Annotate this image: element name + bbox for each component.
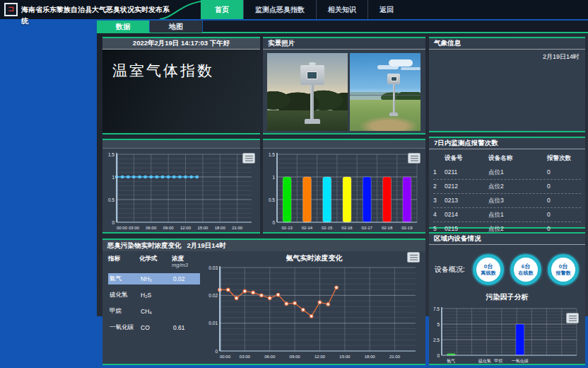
pollutant-name: 氨气 bbox=[110, 275, 141, 283]
svg-text:06:00: 06:00 bbox=[146, 226, 157, 230]
site-photos-panel: 实景照片 bbox=[263, 37, 425, 134]
alarm-panel-title: 7日内监测点报警次数 bbox=[429, 138, 585, 149]
svg-text:0.03: 0.03 bbox=[208, 265, 218, 270]
svg-text:0: 0 bbox=[272, 220, 275, 225]
pollutant-formula: NH₃ bbox=[141, 275, 173, 282]
alarm-table-header: 设备号 设备名称 报警次数 bbox=[433, 152, 581, 166]
device-name: 点位3 bbox=[488, 197, 547, 205]
weather-panel-title: 气象信息 bbox=[429, 38, 585, 50]
alarm-col-device-name: 设备名称 bbox=[488, 154, 547, 163]
stat-count: 6台 bbox=[522, 263, 530, 270]
alarm-table-row[interactable]: 1 0211 点位1 0 bbox=[433, 166, 581, 180]
svg-text:02-16: 02-16 bbox=[341, 226, 353, 230]
pollutant-formula: CO bbox=[141, 324, 173, 331]
col-concentration: 浓度 mg/m3 bbox=[172, 255, 200, 268]
svg-text:02-14: 02-14 bbox=[302, 226, 313, 230]
photos-panel-title: 实景照片 bbox=[263, 38, 425, 50]
svg-text:7.5: 7.5 bbox=[433, 306, 440, 311]
devices-panel: 区域内设备情况 设备概况: 0台 离线数 6台 在线数 0台 报警数 污染因子分… bbox=[429, 232, 585, 365]
svg-text:0.5: 0.5 bbox=[108, 197, 114, 202]
pollutant-value: 0.02 bbox=[173, 275, 200, 282]
nav-item[interactable]: 首页 bbox=[201, 0, 243, 19]
index-trend-panel: 00.511.500:0003:0006:0009:0012:0015:0018… bbox=[102, 139, 260, 234]
site-photo-1 bbox=[267, 53, 348, 131]
pollutant-value: 0.61 bbox=[173, 324, 200, 331]
index-chart-wrap: 00.511.500:0003:0006:0009:0012:0015:0018… bbox=[102, 149, 260, 231]
svg-text:09:00: 09:00 bbox=[163, 226, 175, 230]
stat-label: 报警数 bbox=[556, 270, 571, 276]
svg-text:18:00: 18:00 bbox=[215, 226, 226, 230]
nh3-line-chart[interactable]: 00.010.020.0300:0003:0006:0009:0012:0015… bbox=[203, 264, 420, 360]
svg-text:03:00: 03:00 bbox=[240, 355, 251, 359]
factor-bar-chart[interactable]: 02.557.5氨气硫化氢甲烷一氧化碳 bbox=[430, 305, 581, 364]
pollutant-table-header: 指标 化学式 浓度 mg/m3 bbox=[108, 255, 200, 268]
weather-panel: 气象信息 2月19日14时 bbox=[429, 37, 585, 132]
device-id: 0211 bbox=[445, 168, 488, 177]
odor-panel-time: 2月19日14时 bbox=[187, 241, 226, 251]
nav-item[interactable]: 相关知识 bbox=[316, 0, 368, 19]
svg-text:1.5: 1.5 bbox=[108, 152, 114, 157]
svg-text:0.5: 0.5 bbox=[269, 197, 275, 202]
odor-panel-body: 指标 化学式 浓度 mg/m3 氨气 NH₃ 0.02 硫化氢 bbox=[102, 251, 425, 361]
pollutant-row[interactable]: 一氧化碳 CO 0.61 bbox=[108, 322, 200, 333]
alarm-table-row[interactable]: 4 0214 点位1 0 bbox=[433, 208, 581, 222]
device-stat-circle: 0台 离线数 bbox=[473, 254, 504, 285]
pollutant-name: 甲烷 bbox=[110, 307, 141, 316]
device-id: 0213 bbox=[445, 197, 488, 205]
svg-text:02-17: 02-17 bbox=[362, 226, 373, 230]
svg-text:一氧化碳: 一氧化碳 bbox=[512, 358, 529, 364]
site-photo-2 bbox=[350, 53, 421, 131]
svg-text:1: 1 bbox=[272, 175, 275, 180]
svg-text:0.01: 0.01 bbox=[208, 321, 218, 326]
photo-row bbox=[263, 50, 425, 134]
nav-item[interactable]: 返回 bbox=[368, 0, 405, 19]
svg-text:甲烷: 甲烷 bbox=[494, 358, 502, 363]
panel-header bbox=[263, 140, 425, 149]
banner-panel: 2022年2月19日 14:17:03 下午好 温室气体指数 bbox=[102, 37, 260, 134]
alarm-count: 0 bbox=[547, 197, 581, 205]
alarm-table-row[interactable]: 2 0212 点位2 0 bbox=[433, 180, 581, 194]
nav-item[interactable]: 监测点恶臭指数 bbox=[243, 0, 316, 19]
svg-text:0: 0 bbox=[437, 353, 440, 358]
svg-text:0: 0 bbox=[215, 349, 218, 354]
svg-text:02-13: 02-13 bbox=[281, 226, 293, 230]
col-formula: 化学式 bbox=[139, 255, 172, 268]
odor-pollutants-panel: 恶臭污染物实时浓度变化 2月19日14时 指标 化学式 浓度 mg/m3 氨气 bbox=[102, 238, 425, 365]
main-nav: 首页监测点恶臭指数相关知识返回 bbox=[201, 0, 405, 19]
chart-menu-button[interactable] bbox=[566, 313, 579, 323]
row-index: 2 bbox=[433, 183, 445, 191]
alarm-table-row[interactable]: 3 0213 点位3 0 bbox=[433, 194, 581, 208]
pollutant-table: 指标 化学式 浓度 mg/m3 氨气 NH₃ 0.02 硫化氢 bbox=[102, 251, 203, 361]
svg-text:12:00: 12:00 bbox=[314, 355, 326, 359]
alarm-count: 0 bbox=[547, 183, 581, 191]
svg-text:12:00: 12:00 bbox=[180, 226, 192, 230]
pollutant-row[interactable]: 硫化氢 H₂S bbox=[108, 289, 200, 301]
row-index: 4 bbox=[433, 211, 445, 219]
index-line-chart[interactable]: 00.511.500:0003:0006:0009:0012:0015:0018… bbox=[104, 151, 256, 231]
device-id: 0212 bbox=[445, 183, 488, 191]
pollutant-row[interactable]: 甲烷 CH₄ bbox=[108, 306, 200, 317]
chart-menu-button[interactable] bbox=[408, 153, 421, 163]
daily-bar-chart[interactable]: 00.511.502-1302-1402-1502-1602-1702-1802… bbox=[264, 151, 421, 231]
svg-text:5: 5 bbox=[437, 322, 440, 327]
device-name: 点位2 bbox=[488, 183, 547, 191]
svg-text:21:00: 21:00 bbox=[232, 226, 243, 230]
pollutant-formula: H₂S bbox=[141, 292, 173, 299]
alarm-col-count: 报警次数 bbox=[547, 154, 581, 163]
logo-glyph: ⊐ bbox=[8, 5, 14, 13]
chart-menu-button[interactable] bbox=[407, 252, 420, 263]
pollutant-formula: CH₄ bbox=[141, 308, 173, 315]
factor-chart-title: 污染因子分析 bbox=[429, 292, 585, 302]
svg-text:03:00: 03:00 bbox=[129, 226, 140, 230]
alarm-count: 0 bbox=[547, 168, 581, 177]
device-stats-label: 设备概况: bbox=[435, 265, 473, 275]
chart-menu-button[interactable] bbox=[242, 153, 255, 163]
svg-text:00:00: 00:00 bbox=[117, 226, 128, 230]
svg-text:02-18: 02-18 bbox=[382, 226, 393, 230]
monitoring-station-icon bbox=[300, 62, 325, 124]
svg-text:0: 0 bbox=[112, 220, 114, 225]
pollutant-row[interactable]: 氨气 NH₃ 0.02 bbox=[108, 273, 200, 284]
factor-chart-wrap: 02.557.5氨气硫化氢甲烷一氧化碳 bbox=[429, 303, 585, 364]
panel-header bbox=[102, 140, 260, 149]
pollutant-name: 硫化氢 bbox=[110, 291, 141, 299]
